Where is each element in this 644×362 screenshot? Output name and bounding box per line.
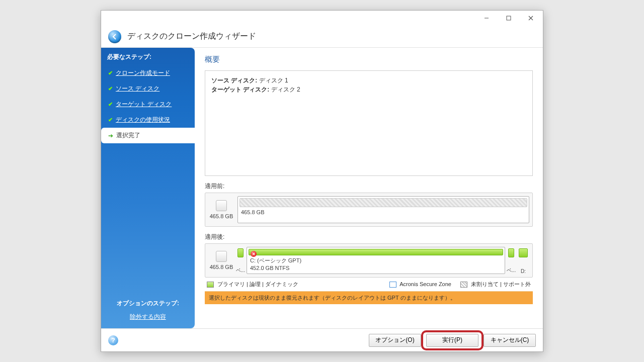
source-label: ソース ディスク: — [211, 77, 257, 84]
hdd-icon — [216, 251, 227, 262]
maximize-icon — [506, 16, 511, 21]
unallocated-bar — [239, 198, 527, 207]
partition-small-right1[interactable]: ベ... — [507, 247, 516, 274]
step-link[interactable]: ディスクの使用状況 — [116, 116, 170, 124]
exclude-content-link[interactable]: 除外する内容 — [130, 313, 166, 320]
svg-rect-1 — [507, 16, 511, 20]
partition-label: ベ... — [236, 267, 245, 274]
legend: プライマリ | 論理 | ダイナミック Acronis Secure Zone … — [205, 278, 533, 292]
sidebar-step-clone-mode[interactable]: ✔ クローン作成モード — [101, 65, 195, 81]
maximize-button[interactable] — [498, 11, 520, 25]
primary-swatch — [207, 282, 214, 288]
partition-bar: ✕ — [249, 249, 503, 255]
sidebar: 必要なステップ: ✔ クローン作成モード ✔ ソース ディスク ✔ ターゲット … — [101, 48, 195, 328]
cancel-button[interactable]: キャンセル(C) — [484, 334, 536, 347]
disk-icon-col: 465.8 GB — [208, 247, 234, 274]
summary-box: ソース ディスク: ディスク 1 ターゲット ディスク: ディスク 2 — [205, 70, 533, 176]
asz-swatch — [389, 282, 396, 288]
steps-list: ✔ クローン作成モード ✔ ソース ディスク ✔ ターゲット ディスク ✔ ディ… — [101, 65, 195, 143]
partition-bar — [519, 248, 528, 257]
check-icon: ✔ — [108, 117, 113, 123]
partition-bar — [237, 248, 244, 257]
legend-unsupported: サポート外 — [503, 281, 531, 287]
error-icon: ✕ — [251, 251, 257, 257]
partition-bar — [508, 248, 514, 257]
wizard-window: ディスクのクローン作成ウィザード 必要なステップ: ✔ クローン作成モード ✔ … — [101, 10, 543, 352]
source-value: ディスク 1 — [259, 77, 288, 84]
sidebar-step-target-disk[interactable]: ✔ ターゲット ディスク — [101, 97, 195, 112]
warning-bar: 選択したディスクは現状のまま復元されます（ディスクのレイアウトは GPT のまま… — [205, 292, 533, 304]
partition-before[interactable]: 465.8 GB — [237, 196, 529, 223]
check-icon: ✔ — [108, 101, 113, 108]
main-panel: 概要 ソース ディスク: ディスク 1 ターゲット ディスク: ディスク 2 適… — [195, 48, 543, 328]
partition-label: ベ... — [507, 267, 516, 274]
wizard-title: ディスクのクローン作成ウィザード — [127, 31, 256, 42]
back-arrow-icon — [111, 33, 118, 40]
check-icon: ✔ — [108, 85, 113, 92]
disk-size: 465.8 GB — [210, 213, 233, 219]
back-button[interactable] — [108, 30, 121, 43]
after-label: 適用後: — [205, 233, 533, 241]
unalloc-swatch — [460, 282, 467, 288]
partition-name: C: (ベーシック GPT) — [250, 257, 502, 264]
close-icon — [528, 16, 533, 21]
before-disk: 465.8 GB 465.8 GB — [205, 193, 533, 227]
required-steps-heading: 必要なステップ: — [101, 48, 195, 65]
step-link[interactable]: クローン作成モード — [116, 69, 170, 77]
minimize-icon — [484, 16, 489, 21]
legend-primary: プライマリ — [217, 281, 245, 287]
legend-unalloc: 未割り当て — [471, 281, 499, 287]
legend-dynamic: ダイナミック — [265, 281, 298, 287]
step-label: 選択完了 — [116, 131, 140, 140]
before-label: 適用前: — [205, 182, 533, 191]
sidebar-bottom: オプションのステップ: 除外する内容 — [101, 292, 195, 328]
check-icon: ✔ — [108, 70, 113, 76]
help-button[interactable]: ? — [108, 335, 118, 345]
footer: ? オプション(O) 実行(P) キャンセル(C) — [101, 328, 543, 351]
page-title: 概要 — [205, 55, 533, 64]
wizard-body: 必要なステップ: ✔ クローン作成モード ✔ ソース ディスク ✔ ターゲット … — [101, 48, 543, 328]
step-link[interactable]: ソース ディスク — [116, 84, 159, 93]
titlebar — [101, 11, 543, 26]
partition-small-right2[interactable]: D: — [517, 247, 529, 274]
disk-size: 465.8 GB — [210, 264, 233, 270]
execute-highlight: 実行(P) — [426, 334, 478, 347]
sidebar-step-finish[interactable]: ➔ 選択完了 — [101, 128, 195, 143]
legend-logical: 論理 — [250, 281, 261, 287]
sidebar-step-source-disk[interactable]: ✔ ソース ディスク — [101, 81, 195, 97]
hdd-icon — [216, 200, 227, 211]
sidebar-step-disk-usage[interactable]: ✔ ディスクの使用状況 — [101, 112, 195, 128]
execute-button[interactable]: 実行(P) — [426, 334, 478, 347]
close-button[interactable] — [520, 11, 542, 25]
optional-steps-heading: オプションのステップ: — [108, 299, 188, 308]
target-label: ターゲット ディスク: — [211, 86, 269, 93]
wizard-header: ディスクのクローン作成ウィザード — [101, 26, 543, 48]
minimize-button[interactable] — [475, 11, 498, 25]
arrow-right-icon: ➔ — [108, 132, 113, 139]
legend-asz: Acronis Secure Zone — [399, 281, 451, 287]
step-link[interactable]: ターゲット ディスク — [116, 100, 172, 109]
partition-label: D: — [521, 268, 526, 274]
disk-icon-col: 465.8 GB — [208, 196, 234, 223]
partition-size: 465.8 GB — [238, 209, 529, 218]
target-value: ディスク 2 — [271, 86, 300, 93]
partition-sub: 452.0 GB NTFS — [250, 264, 502, 272]
after-disk: 465.8 GB ベ... ✕ C: (ベーシック GPT) 452.0 GB … — [205, 243, 533, 278]
options-button[interactable]: オプション(O) — [369, 334, 421, 347]
partition-small-left[interactable]: ベ... — [236, 247, 245, 274]
partition-main[interactable]: ✕ C: (ベーシック GPT) 452.0 GB NTFS — [247, 247, 505, 274]
